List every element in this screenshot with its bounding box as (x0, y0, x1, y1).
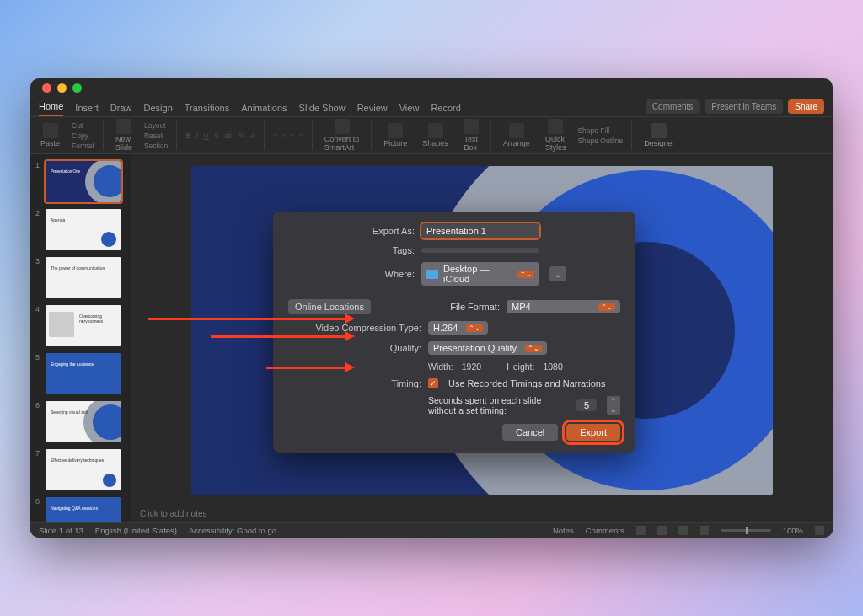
designer-button[interactable]: Designer (641, 123, 678, 147)
maximize-icon[interactable] (72, 83, 82, 93)
tab-review[interactable]: Review (357, 103, 388, 116)
thumb-3[interactable]: 3The power of communication (30, 255, 131, 303)
zoom-level[interactable]: 100% (783, 526, 803, 535)
tab-transitions[interactable]: Transitions (185, 103, 229, 116)
seconds-stepper[interactable]: ⌃⌄ (607, 396, 620, 415)
thumb-1[interactable]: 1Presentation One (30, 159, 131, 207)
fit-icon[interactable] (815, 526, 824, 535)
thumb-title: Selecting visual aids (51, 410, 88, 415)
thumb-title: Effective delivery techniques (51, 458, 104, 463)
thumb-7[interactable]: 7Effective delivery techniques (30, 447, 131, 495)
folder-icon (426, 270, 438, 279)
picture-label: Picture (383, 139, 407, 147)
comments-button[interactable]: Comments (646, 99, 700, 114)
tab-animations[interactable]: Animations (241, 103, 287, 116)
convert-smartart-button[interactable]: Convert to SmartArt (321, 119, 363, 152)
paragraph-group: ≡≡≡≡ (273, 131, 303, 140)
convert-label: Convert to SmartArt (324, 135, 360, 152)
quick-label: Quick Styles (545, 135, 566, 152)
thumb-num: 2 (35, 209, 42, 217)
cancel-button[interactable]: Cancel (502, 424, 558, 441)
section-button[interactable]: Section (144, 142, 168, 150)
shape-outline-button[interactable]: Shape Outline (577, 137, 623, 145)
tab-design[interactable]: Design (144, 103, 173, 116)
tags-input[interactable] (421, 248, 539, 253)
quality-value: Presentation Quality (433, 343, 517, 353)
language-status[interactable]: English (United States) (95, 526, 177, 535)
slide-options: Layout Reset Section (144, 121, 168, 150)
tab-home[interactable]: Home (39, 101, 63, 116)
file-format-label: File Format: (384, 302, 500, 312)
export-as-input[interactable]: Presentation 1 (421, 223, 539, 238)
timing-checkbox[interactable]: ✓ (428, 378, 438, 388)
notes-toggle[interactable]: Notes (553, 526, 574, 535)
video-compression-select[interactable]: H.264 ⌃⌄ (428, 321, 488, 335)
seconds-label: Seconds spent on each slide without a se… (428, 395, 570, 415)
file-format-select[interactable]: MP4 ⌃⌄ (507, 300, 620, 313)
where-select[interactable]: Desktop — iCloud ⌃⌄ (421, 262, 539, 286)
format-button[interactable]: Format (72, 142, 94, 150)
minimize-icon[interactable] (57, 83, 67, 93)
height-value: 1080 (543, 362, 562, 372)
seconds-input[interactable]: 5 (576, 399, 597, 411)
textbox-button[interactable]: Text Box (460, 119, 482, 152)
export-as-label: Export As: (288, 226, 415, 236)
copy-button[interactable]: Copy (72, 131, 94, 140)
quality-select[interactable]: Presentation Quality ⌃⌄ (428, 341, 547, 355)
normal-view-icon[interactable] (636, 526, 646, 535)
tab-insert[interactable]: Insert (75, 103, 99, 116)
annotation-arrow-3 (266, 367, 346, 369)
where-value: Desktop — iCloud (443, 264, 509, 284)
timing-checkbox-label: Use Recorded Timings and Narrations (448, 378, 605, 388)
video-compression-value: H.264 (433, 323, 458, 333)
where-label: Where: (288, 269, 415, 279)
thumb-6[interactable]: 6Selecting visual aids (30, 399, 131, 447)
tab-record[interactable]: Record (431, 103, 460, 116)
tab-slide-show[interactable]: Slide Show (299, 103, 346, 116)
shape-style-mini: Shape Fill Shape Outline (577, 126, 623, 145)
tab-draw[interactable]: Draw (110, 103, 132, 116)
video-compression-label: Video Compression Type: (288, 323, 421, 333)
quality-label: Quality: (288, 343, 421, 353)
accessibility-status[interactable]: Accessibility: Good to go (189, 526, 276, 535)
shape-fill-button[interactable]: Shape Fill (577, 126, 623, 135)
chevron-updown-icon: ⌃⌄ (598, 303, 615, 311)
zoom-slider[interactable] (721, 529, 771, 532)
export-dialog: Export As: Presentation 1 Tags: Where: D… (273, 212, 635, 453)
picture-button[interactable]: Picture (380, 123, 410, 147)
arrange-button[interactable]: Arrange (500, 123, 533, 147)
present-in-teams-button[interactable]: Present in Teams (705, 99, 783, 114)
thumb-8[interactable]: 8Navigating Q&A sessions (30, 495, 131, 522)
paste-button[interactable]: Paste (37, 123, 63, 147)
expand-button[interactable]: ⌄ (549, 266, 566, 281)
textbox-label: Text Box (464, 135, 479, 152)
chevron-updown-icon: ⌃⌄ (525, 345, 542, 352)
slideshow-view-icon[interactable] (700, 526, 709, 535)
thumb-num: 1 (35, 161, 42, 169)
reading-view-icon[interactable] (678, 526, 688, 535)
shapes-button[interactable]: Shapes (419, 123, 452, 147)
online-locations-button[interactable]: Online Locations (288, 299, 371, 314)
reset-button[interactable]: Reset (144, 131, 168, 140)
thumb-5[interactable]: 5Engaging the audience (30, 351, 131, 399)
annotation-arrow-2 (211, 335, 346, 338)
new-slide-button[interactable]: New Slide (112, 119, 136, 152)
sorter-view-icon[interactable] (657, 526, 667, 535)
comments-toggle[interactable]: Comments (586, 526, 624, 535)
quick-styles-button[interactable]: Quick Styles (542, 119, 570, 152)
cut-button[interactable]: Cut (72, 121, 94, 130)
export-button[interactable]: Export (566, 424, 620, 441)
thumb-num: 8 (35, 497, 42, 506)
designer-label: Designer (644, 139, 674, 147)
tab-view[interactable]: View (399, 103, 420, 116)
share-button[interactable]: Share (788, 99, 824, 114)
thumb-2[interactable]: 2Agenda (30, 207, 131, 255)
close-icon[interactable] (42, 83, 51, 93)
layout-button[interactable]: Layout (144, 121, 168, 130)
paste-label: Paste (40, 139, 60, 147)
thumb-4[interactable]: 4Overcoming nervousness (30, 303, 131, 351)
annotation-arrow-1 (148, 318, 346, 320)
height-label: Height: (507, 362, 534, 372)
titlebar (30, 78, 833, 97)
notes-pane[interactable]: Click to add notes (131, 506, 833, 522)
